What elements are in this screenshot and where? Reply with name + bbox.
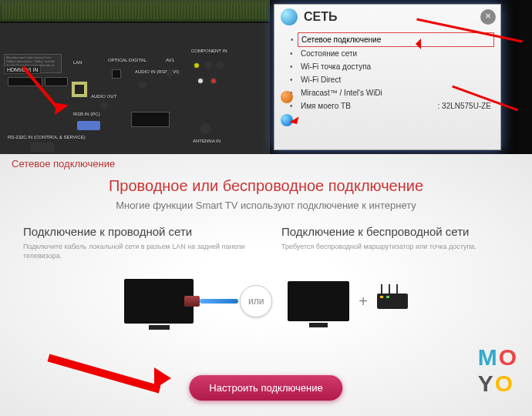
av1-label: AV1 <box>166 58 174 62</box>
rca-pr <box>216 62 224 69</box>
menu-item-tv-name[interactable]: Имя моего ТВ : 32LN575U-ZE <box>298 99 494 112</box>
wireless-column: Подключение к беспроводной сети Требуетс… <box>281 225 509 260</box>
optical-label: OPTICAL DIGITAL <box>108 58 146 62</box>
ethernet-cable-icon <box>194 290 224 313</box>
hdmi-port-2 <box>45 77 68 86</box>
rs232-port <box>31 143 54 152</box>
antenna-port <box>200 123 211 134</box>
plus-icon: + <box>359 293 368 310</box>
wired-illustration <box>124 279 224 324</box>
logo-o1: O <box>499 344 518 370</box>
top-composite: Manufactured under license from Dolby La… <box>0 0 532 154</box>
rgbin-label: RGB IN (PC) <box>73 112 100 116</box>
wired-column: Подключение к проводной сети Подключите … <box>23 225 251 260</box>
setup-connection-button[interactable]: Настроить подключение <box>189 375 342 401</box>
menu-item-wifi-ap[interactable]: Wi-Fi точка доступа <box>298 60 494 73</box>
menu-item-miracast[interactable]: Miracast™ / Intel's WiDi <box>298 86 494 99</box>
illustration-row: или + <box>0 279 532 324</box>
component-label: COMPONENT IN <box>191 49 227 53</box>
rca-l <box>197 77 204 85</box>
lan-label: LAN <box>73 60 82 65</box>
menu-item-wifi-direct[interactable]: Wi-Fi Direct <box>298 73 494 86</box>
menu-title-text: СЕТЬ <box>304 10 338 24</box>
breadcrumb: Сетевое подключение <box>12 158 115 169</box>
audioout-jack <box>100 102 108 109</box>
menu-list: Сетевое подключение Состояние сети Wi-Fi… <box>274 29 500 116</box>
page-subheading: Многие функции Smart TV используют подкл… <box>0 200 532 211</box>
close-icon[interactable]: × <box>480 9 496 25</box>
menu-item-network-status[interactable]: Состояние сети <box>298 47 494 60</box>
or-divider: или <box>240 285 272 317</box>
menu-title-bar: СЕТЬ <box>274 5 500 29</box>
router-icon <box>377 294 408 309</box>
side-icon-1[interactable] <box>281 91 293 103</box>
connection-setup-screen: Сетевое подключение Проводное или беспро… <box>0 154 532 416</box>
rs232-label: RS-232C IN (CONTROL & SERVICE) <box>8 135 86 139</box>
logo-y: Y <box>478 371 495 396</box>
tv-icon <box>124 279 194 324</box>
rca-y <box>193 62 200 69</box>
tv-back-panel: Manufactured under license from Dolby La… <box>0 0 270 154</box>
logo-o2: O <box>495 371 514 396</box>
wireless-title: Подключение к беспроводной сети <box>281 225 509 238</box>
scart-port <box>131 112 170 127</box>
tv-name-label: Имя моего ТВ <box>301 102 351 110</box>
tv-name-value: : 32LN575U-ZE <box>438 102 491 110</box>
rca-r <box>210 77 217 85</box>
network-menu: СЕТЬ × Сетевое подключение Состояние сет… <box>274 4 501 150</box>
vga-port <box>77 121 100 130</box>
tv-menu-screenshot: СЕТЬ × Сетевое подключение Состояние сет… <box>270 0 532 154</box>
antenna-label: ANTENNA IN <box>193 139 221 143</box>
lan-port <box>71 81 88 98</box>
wireless-desc: Требуется беспроводной маршрутизатор или… <box>281 243 509 252</box>
wireless-illustration: + <box>288 281 408 321</box>
av1-jack <box>166 69 173 77</box>
rca-pb <box>204 62 212 69</box>
wired-title: Подключение к проводной сети <box>23 225 251 238</box>
menu-item-network-connection[interactable]: Сетевое подключение <box>298 32 494 47</box>
wired-desc: Подключите кабель локальной сети в разъе… <box>23 243 251 260</box>
optical-port <box>112 69 121 79</box>
globe-icon <box>281 8 298 25</box>
logo-m: M <box>478 344 499 370</box>
tv-icon-2 <box>288 281 349 321</box>
audio-in-jack <box>139 81 146 89</box>
circuit-board <box>0 0 270 23</box>
moyo-logo: MO YO <box>478 344 518 397</box>
audioout-label: AUDIO OUT <box>91 94 116 99</box>
options-row: Подключение к проводной сети Подключите … <box>0 225 532 260</box>
